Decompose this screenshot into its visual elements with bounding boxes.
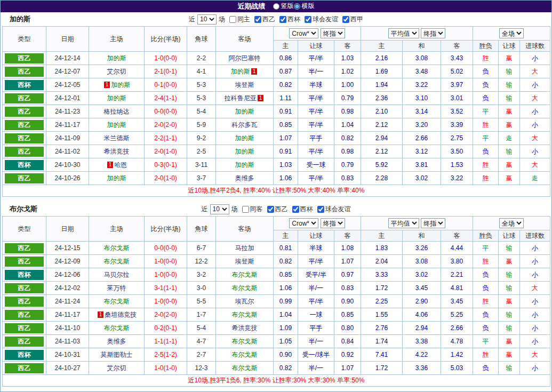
team-link[interactable]: 加的斯 [107,174,126,182]
team-link[interactable]: 艾尔切 [107,68,126,75]
team-link[interactable]: 加的斯 [107,54,126,62]
layout-option-vertical[interactable]: 竖版 [273,2,294,11]
team-link[interactable]: 加的斯 [107,94,126,102]
filter-option-西乙[interactable]: 西乙 [267,205,288,214]
page: 近期战绩 竖版横版 加的斯 近 10 场 同主西乙西杯球会友谊西甲 类型 日期 [0,0,552,392]
bookmaker-handicap: 半/一 [298,335,334,348]
team-link[interactable]: 奥维多 [107,338,126,345]
filter-option-西甲[interactable]: 西甲 [342,15,363,24]
filter-option-西杯[interactable]: 西杯 [279,15,300,24]
team-link[interactable]: 格拉纳达 [104,108,130,115]
average-odds-group: 平均值 终指 [361,217,473,230]
league-badge: 西乙 [5,173,44,183]
team-link[interactable]: 艾尔切 [107,364,126,372]
average-stage-select[interactable]: 终指 [421,218,445,228]
col-odds-away: 客 [334,41,361,52]
average-stage-select[interactable]: 终指 [421,28,445,38]
away-team-cell: 埃瓦尔 [216,295,274,308]
average-select[interactable]: 平均值 [388,218,419,228]
score-cell: 3-1(1-1) [145,282,187,295]
team-link[interactable]: 加的斯 [235,134,254,142]
result-winloss: 负 [473,362,499,375]
filter-checkbox[interactable] [279,16,286,23]
team-title: 布尔戈斯 [10,204,37,214]
team-link[interactable]: 加的斯 [235,161,254,169]
match-row: 西乙24-12-07艾尔切2-1(0-1)4-1加的斯10.87半/一1.021… [3,65,550,78]
team-link[interactable]: 米兰德斯 [104,134,130,142]
filter-option-西乙[interactable]: 西乙 [254,15,275,24]
filter-checkbox[interactable] [317,206,324,213]
team-link[interactable]: 布尔戈斯 [232,364,258,372]
bookmaker-select[interactable]: Crow* [289,218,318,228]
fulltime-select[interactable]: 全场 [499,218,524,228]
league-cell: 西乙 [3,282,46,295]
team-link[interactable]: 布尔戈斯 [232,338,258,345]
league-cell: 西乙 [3,335,46,348]
filter-checkbox[interactable] [292,206,299,213]
team-link[interactable]: 布尔戈斯 [232,311,258,318]
team-link[interactable]: 马贝尔拉 [104,271,130,278]
average-select[interactable]: 平均值 [388,28,419,38]
filter-checkbox[interactable] [305,16,311,23]
team-link[interactable]: 埃登斯 [235,81,254,89]
match-count-select[interactable]: 10 [210,204,229,214]
team-link[interactable]: 莱万特 [107,284,126,292]
bookmaker-away-odds: 0.98 [334,105,361,118]
team-link[interactable]: 拉科鲁尼亚 [225,94,257,102]
team-link[interactable]: 莫斯图勒士 [101,351,133,358]
filter-checkbox[interactable] [267,206,274,213]
match-count-select[interactable]: 10 [197,14,217,25]
team-link[interactable]: 加的斯 [235,148,254,155]
filter-option-球会友谊[interactable]: 球会友谊 [305,15,338,24]
bookmaker-away-odds: 1.07 [334,255,361,268]
filter-option-同客[interactable]: 同客 [242,205,263,214]
avg-away-odds: 3.22 [441,172,473,185]
team-link[interactable]: 布尔戈斯 [232,284,258,292]
col-avg-home: 主 [361,230,403,242]
filter-option-西杯[interactable]: 西杯 [292,205,313,214]
corner-cell: 12-2 [187,255,216,268]
layout-radio[interactable] [273,3,279,10]
team-link[interactable]: 加的斯 [235,108,254,115]
away-team-cell: 奥维多 [216,172,274,185]
team-link[interactable]: 加的斯 [107,121,126,129]
filter-option-同主[interactable]: 同主 [229,15,250,24]
filter-checkbox-label: 球会友谊 [325,205,351,214]
bookmaker-select[interactable]: Crow* [289,28,318,38]
corner-cell: 4-7 [187,335,216,348]
result-goals: 小 [520,362,550,375]
odds-stage-select[interactable]: 终指 [321,28,345,38]
away-team-cell: 布尔戈斯 [216,308,274,322]
filter-checkbox[interactable] [254,16,261,23]
team-link[interactable]: 布尔戈斯 [104,324,130,332]
odds-stage-select[interactable]: 终指 [321,218,345,228]
layout-option-horizontal[interactable]: 横版 [294,2,315,11]
home-team-cell: 1哈恩 [89,158,145,172]
team-link[interactable]: 布尔戈斯 [232,351,258,358]
team-link[interactable]: 马拉加 [235,244,254,252]
filter-checkbox[interactable] [242,206,249,213]
layout-radio-group: 竖版横版 [273,2,315,11]
team-link[interactable]: 希洪竞技 [104,148,130,155]
team-link[interactable]: 布尔戈斯 [104,258,130,265]
team-link[interactable]: 希洪竞技 [232,324,258,332]
team-link[interactable]: 布尔戈斯 [232,271,258,278]
result-handicap: 输 [499,92,520,105]
layout-radio[interactable] [294,3,300,10]
team-link[interactable]: 加的斯 [231,68,250,75]
filter-option-球会友谊[interactable]: 球会友谊 [317,205,351,214]
team-link[interactable]: 加的斯 [111,81,130,89]
filter-checkbox[interactable] [342,16,349,23]
team-link[interactable]: 布尔戈斯 [104,244,130,252]
team-link[interactable]: 布尔戈斯 [104,298,130,305]
team-link[interactable]: 科尔多瓦 [232,121,258,129]
match-row: 西乙24-11-09米兰德斯2-2(1-1)9-2加的斯1.07平手0.822.… [3,132,550,145]
team-link[interactable]: 哈恩 [114,161,127,169]
team-link[interactable]: 桑坦德竞技 [105,311,137,318]
team-link[interactable]: 埃瓦尔 [235,298,254,305]
team-link[interactable]: 阿尔巴塞特 [229,54,261,62]
fulltime-select[interactable]: 全场 [499,28,524,38]
team-link[interactable]: 奥维多 [235,174,254,182]
team-link[interactable]: 埃登斯 [235,258,254,265]
filter-checkbox[interactable] [229,16,236,23]
